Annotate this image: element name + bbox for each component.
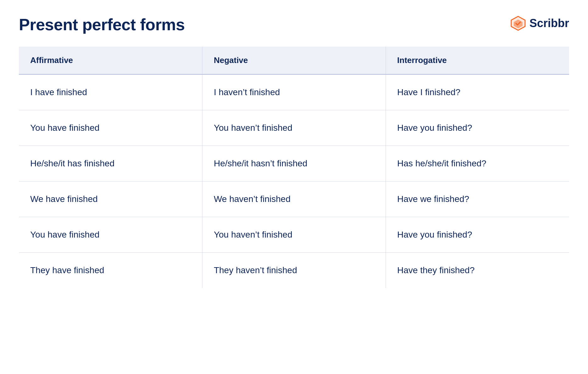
cell-negative: We haven’t finished (202, 181, 386, 217)
table-row: They have finishedThey haven’t finishedH… (19, 253, 569, 288)
cell-affirmative: He/she/it has finished (19, 146, 202, 181)
cell-negative: I haven’t finished (202, 74, 386, 110)
table-row: He/she/it has finishedHe/she/it hasn’t f… (19, 146, 569, 181)
cell-negative: He/she/it hasn’t finished (202, 146, 386, 181)
logo: Scribbr (510, 15, 569, 32)
column-header-negative: Negative (202, 47, 386, 74)
table-row: You have finishedYou haven’t finishedHav… (19, 110, 569, 146)
page-header: Present perfect forms Scribbr (19, 15, 569, 34)
table-row: We have finishedWe haven’t finishedHave … (19, 181, 569, 217)
cell-affirmative: I have finished (19, 74, 202, 110)
cell-negative: They haven’t finished (202, 253, 386, 288)
cell-interrogative: Have they finished? (386, 253, 569, 288)
column-header-affirmative: Affirmative (19, 47, 202, 74)
cell-interrogative: Have you finished? (386, 217, 569, 253)
cell-interrogative: Have I finished? (386, 74, 569, 110)
cell-interrogative: Have we finished? (386, 181, 569, 217)
cell-affirmative: We have finished (19, 181, 202, 217)
page-title: Present perfect forms (19, 15, 185, 34)
cell-affirmative: You have finished (19, 110, 202, 146)
grammar-table: Affirmative Negative Interrogative I hav… (19, 47, 569, 288)
cell-interrogative: Have you finished? (386, 110, 569, 146)
cell-affirmative: They have finished (19, 253, 202, 288)
table-header-row: Affirmative Negative Interrogative (19, 47, 569, 74)
cell-affirmative: You have finished (19, 217, 202, 253)
scribbr-logo-icon (510, 15, 526, 32)
table-row: You have finishedYou haven’t finishedHav… (19, 217, 569, 253)
column-header-interrogative: Interrogative (386, 47, 569, 74)
cell-negative: You haven’t finished (202, 217, 386, 253)
logo-text: Scribbr (529, 17, 569, 30)
cell-interrogative: Has he/she/it finished? (386, 146, 569, 181)
cell-negative: You haven’t finished (202, 110, 386, 146)
table-row: I have finishedI haven’t finishedHave I … (19, 74, 569, 110)
